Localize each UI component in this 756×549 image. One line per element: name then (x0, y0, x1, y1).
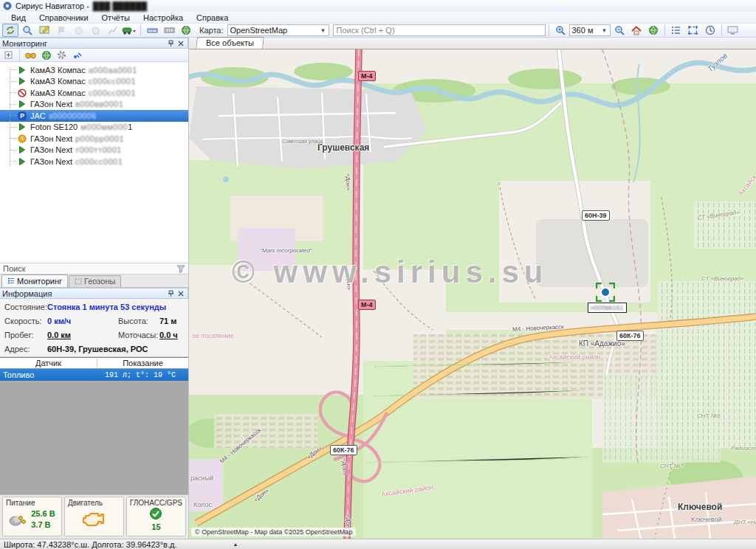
toolbar-separator (19, 49, 20, 61)
add-circle-button[interactable] (70, 24, 86, 37)
tree-branch-line (10, 92, 16, 93)
vehicle-row[interactable]: ГАЗон Nextв000вв0001 (0, 99, 188, 111)
vehicle-row[interactable]: Foton SE120м000мм0001 (0, 122, 188, 134)
vehicle-name: КамАЗ Компас (30, 89, 86, 97)
tree-branch-line (10, 115, 16, 116)
map-canvas[interactable]: ГрушевскаяСоветская улицаТузлов"Mars Inc… (189, 49, 756, 539)
info-panel-title: Информация (2, 289, 166, 298)
expand-all-button[interactable] (1, 49, 16, 61)
vehicle-status-moving-icon (18, 66, 27, 75)
objects-list-button[interactable] (668, 24, 684, 37)
title-bar: Сириус Навигатор - ███ ██████ (0, 0, 756, 12)
close-icon[interactable] (176, 39, 185, 48)
tab-monitoring-label: Мониторинг (17, 277, 62, 286)
tracking-button[interactable] (70, 49, 84, 61)
map-select-combo[interactable]: OpenStreetMap ▼ (227, 24, 329, 36)
world-view-button[interactable] (645, 24, 662, 37)
vehicle-row[interactable]: КамАЗ Компаса000аа0001 (0, 64, 188, 76)
add-polyline-button[interactable] (104, 24, 120, 37)
power-plug-icon (9, 512, 27, 527)
ruler-icon (147, 26, 158, 35)
vehicle-plate-suffix: 1 (128, 122, 132, 131)
tab-geozones[interactable]: Геозоны (69, 275, 121, 287)
statusbar-expander[interactable]: ▲ (233, 542, 238, 547)
menu-directories[interactable]: Справочники (32, 13, 95, 22)
refresh-button[interactable] (2, 24, 18, 37)
sensor-value: 191 л; t°: 19 °C (97, 371, 188, 379)
ruler-button[interactable] (144, 24, 160, 37)
vehicle-menu-button[interactable] (121, 24, 137, 37)
menu-reports[interactable]: Отчёты (95, 13, 137, 22)
follow-vehicle-button[interactable] (24, 49, 38, 61)
zoom-out-button[interactable] (611, 24, 628, 37)
mileage-value[interactable]: 0.0 км (47, 331, 118, 339)
add-polygon-button[interactable] (87, 24, 103, 37)
vehicle-row[interactable]: PJACз000000006 (0, 110, 188, 122)
map-select-label: Карта: (199, 26, 224, 35)
vehicle-name: КамАЗ Компас (30, 66, 86, 75)
geozones-button[interactable] (685, 24, 701, 37)
selected-vehicle-marker[interactable] (596, 283, 615, 302)
power-backup-voltage: 3.7 В (31, 519, 55, 531)
vehicle-name: ГАЗон Next (30, 134, 72, 143)
measure-button[interactable] (161, 24, 177, 37)
vehicle-plate-redacted: з000000006 (49, 111, 97, 120)
menu-settings[interactable]: Настройка (137, 13, 190, 22)
globe-icon (41, 50, 52, 61)
vehicle-status-moving-icon (18, 77, 27, 86)
show-on-map-button[interactable] (39, 49, 53, 61)
list-icon (671, 26, 681, 35)
menu-help[interactable]: Справка (190, 13, 235, 22)
zoom-in-button[interactable] (552, 24, 568, 37)
vehicle-row[interactable]: ГАЗон Nextс000сс0001 (0, 156, 188, 168)
globe-icon (648, 25, 659, 35)
vehicle-row[interactable]: КамАЗ Компасс000сс0001 (0, 87, 188, 99)
placemark-icon (57, 26, 66, 35)
state-label: Состояние: (4, 303, 47, 311)
sensor-name: Топливо (0, 370, 97, 379)
toolbar-separator (664, 24, 665, 36)
history-button[interactable] (702, 24, 718, 37)
tab-monitoring[interactable]: Мониторинг (1, 274, 68, 287)
globe-icon (181, 25, 191, 35)
pin-icon[interactable] (166, 39, 176, 48)
map-edit-icon (39, 25, 50, 35)
engine-hours-value[interactable]: 0.0 ч (159, 331, 184, 339)
gear-icon (57, 50, 66, 60)
fullscreen-button[interactable] (725, 24, 741, 37)
gps-gauge: ГЛОНАСС/GPS 15 (126, 497, 186, 536)
home-button[interactable] (628, 24, 645, 37)
pin-icon[interactable] (166, 289, 176, 298)
edit-map-button[interactable] (36, 24, 52, 37)
zoom-select-button[interactable] (19, 24, 35, 37)
map-scale-combo[interactable]: 360 м ▼ (569, 24, 611, 36)
vehicle-plate-redacted: а000аа0001 (89, 66, 137, 75)
globe-tools-button[interactable] (178, 24, 194, 37)
tree-branch-line (10, 138, 16, 139)
engine-icon (81, 511, 106, 527)
zoom-out-icon (614, 25, 625, 35)
address-label: Адрес: (4, 345, 47, 353)
info-panel: Состояние: Стоянка 1 минута 53 секунды С… (0, 299, 188, 357)
global-search-input[interactable]: Поиск (Ctrl + Q) (333, 24, 546, 36)
speed-label: Скорость: (4, 317, 47, 325)
vehicle-row[interactable]: ГАЗон Nextр000рр0001 (0, 133, 188, 145)
vehicle-row[interactable]: ГАЗон Nextт000тт0001 (0, 145, 188, 156)
map-area: Все объекты (189, 38, 756, 539)
mileage-label: Пробег: (4, 331, 47, 339)
sensor-row[interactable]: Топливо191 л; t°: 19 °C (0, 369, 188, 381)
vehicle-status-moving-icon (18, 100, 27, 108)
vehicle-plate-redacted: с000сс0001 (89, 89, 136, 97)
filter-icon[interactable] (176, 265, 185, 273)
value-col-header: Показание (97, 359, 188, 367)
vehicle-name: Foton SE120 (30, 122, 78, 131)
vehicle-status-moving-icon (18, 157, 27, 166)
state-value: Стоянка 1 минута 53 секунды (47, 303, 184, 311)
settings-button[interactable] (55, 49, 69, 61)
add-placemark-button[interactable] (53, 24, 69, 37)
close-icon[interactable] (176, 289, 185, 298)
vehicle-row[interactable]: КамАЗ Компасс000сс0001 (0, 76, 188, 88)
sensor-table-header: Датчик Показание (0, 358, 188, 369)
map-tab-all-objects[interactable]: Все объекты (196, 37, 264, 49)
menu-view[interactable]: Вид (4, 13, 32, 22)
